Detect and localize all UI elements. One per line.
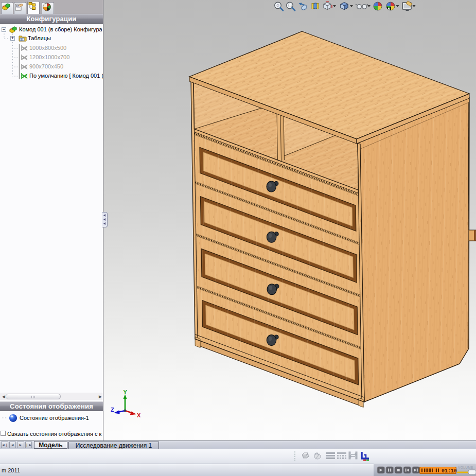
svg-text:Z: Z bbox=[111, 407, 114, 413]
svg-text:X: X bbox=[137, 412, 141, 418]
svg-text:01:10: 01:10 bbox=[442, 468, 457, 474]
svg-text:Y: Y bbox=[124, 389, 128, 395]
svg-text:VOLUME: VOLUME bbox=[458, 466, 473, 469]
